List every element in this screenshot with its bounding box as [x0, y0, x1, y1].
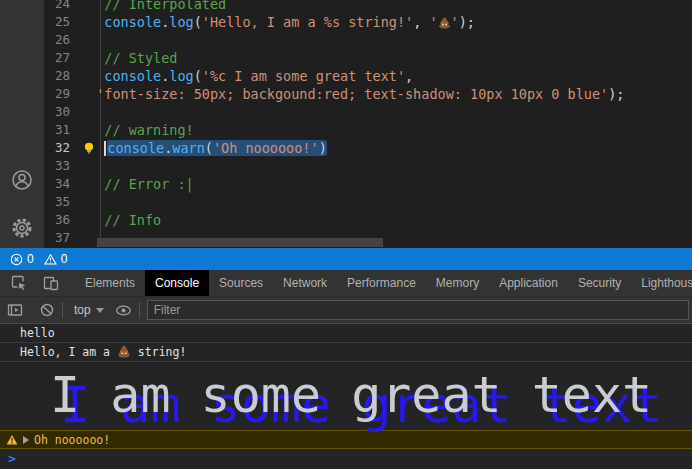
- vscode-editor: 24 // Interpolated25 console.log('Hello,…: [0, 0, 692, 248]
- code-text: console.warn('Oh noooooo!'): [88, 139, 327, 157]
- warning-count: 0: [61, 252, 68, 266]
- editor-line-28[interactable]: 28 console.log('%c I am some great text'…: [0, 67, 692, 85]
- editor-line-33[interactable]: 33: [0, 157, 692, 175]
- editor-line-25[interactable]: 25 console.log('Hello, I am a %s string!…: [0, 13, 692, 31]
- code-text: // Styled: [88, 49, 177, 67]
- prompt-chevron: >: [8, 451, 16, 466]
- eye-icon[interactable]: [112, 298, 136, 322]
- clear-console-icon[interactable]: [35, 298, 59, 322]
- settings-gear-icon[interactable]: [0, 208, 44, 248]
- tab-lighthouse[interactable]: Lighthouse: [631, 270, 692, 296]
- toolbar-separator: [62, 302, 63, 318]
- toolbar-separator-2: [139, 302, 140, 318]
- code-text: // Info: [88, 211, 161, 229]
- tab-memory[interactable]: Memory: [426, 270, 489, 296]
- devtools-panel: ElementsConsoleSourcesNetworkPerformance…: [0, 270, 692, 469]
- chevron-down-icon: [96, 308, 104, 313]
- warning-text: Oh noooooo!: [34, 433, 110, 447]
- expand-arrow-icon[interactable]: [23, 436, 29, 444]
- console-prompt[interactable]: >: [0, 449, 692, 469]
- editor-line-30[interactable]: 30: [0, 103, 692, 121]
- code-text: 'font-size: 50px; backgound:red; text-sh…: [88, 85, 624, 103]
- message-text-suffix: string!: [131, 345, 186, 359]
- devtools-toolbar-icons: [0, 270, 67, 296]
- warning-triangle-icon: [6, 434, 18, 446]
- line-number[interactable]: 32: [44, 139, 70, 157]
- line-number[interactable]: 29: [44, 85, 70, 103]
- statusbar: 0 0: [0, 248, 692, 270]
- code-text: // Error :|: [88, 175, 194, 193]
- poop-emoji: [117, 344, 131, 361]
- tab-elements[interactable]: Elements: [75, 270, 145, 296]
- error-circle-icon: [10, 253, 23, 266]
- console-toolbar: top: [0, 297, 692, 324]
- line-number[interactable]: 30: [44, 103, 70, 121]
- line-number[interactable]: 24: [44, 0, 70, 13]
- activity-bar: [0, 0, 44, 248]
- tab-sources[interactable]: Sources: [209, 270, 273, 296]
- error-count: 0: [27, 252, 34, 266]
- account-icon[interactable]: [0, 160, 44, 200]
- line-number[interactable]: 36: [44, 211, 70, 229]
- code-text: // warning!: [88, 121, 194, 139]
- inspect-cursor-icon[interactable]: [7, 271, 31, 295]
- line-number[interactable]: 33: [44, 157, 70, 175]
- problems-indicator[interactable]: 0 0: [0, 252, 73, 266]
- editor-line-31[interactable]: 31 // warning!: [0, 121, 692, 139]
- horizontal-scrollbar[interactable]: [97, 238, 383, 247]
- tab-application[interactable]: Application: [489, 270, 568, 296]
- warning-triangle-icon: [44, 253, 57, 266]
- device-toolbar-icon[interactable]: [39, 271, 63, 295]
- styled-console-text: I am some great text: [20, 366, 652, 424]
- editor-line-26[interactable]: 26: [0, 31, 692, 49]
- devtools-tabbar: ElementsConsoleSourcesNetworkPerformance…: [0, 270, 692, 297]
- line-number[interactable]: 37: [44, 229, 70, 247]
- console-warning-row: Oh noooooo!: [0, 430, 692, 449]
- selected-code: console.warn('Oh noooooo!'): [107, 140, 327, 156]
- code-text: console.log('%c I am some great text',: [88, 67, 413, 85]
- text-cursor: [104, 141, 106, 156]
- code-text: console.log('Hello, I am a %s string!', …: [88, 13, 475, 33]
- line-number[interactable]: 35: [44, 193, 70, 211]
- line-number[interactable]: 28: [44, 67, 70, 85]
- editor-line-29[interactable]: 29 'font-size: 50px; backgound:red; text…: [0, 85, 692, 103]
- editor-line-27[interactable]: 27 // Styled: [0, 49, 692, 67]
- console-sidebar-icon[interactable]: [3, 298, 27, 322]
- console-message-styled: I am some great text: [0, 362, 692, 430]
- editor-lines: 24 // Interpolated25 console.log('Hello,…: [0, 0, 692, 248]
- editor-line-36[interactable]: 36 // Info: [0, 211, 692, 229]
- editor-line-24[interactable]: 24 // Interpolated: [0, 0, 692, 13]
- screen: 24 // Interpolated25 console.log('Hello,…: [0, 0, 692, 469]
- message-text: hello: [20, 326, 55, 340]
- editor-line-32[interactable]: 32 console.warn('Oh noooooo!'): [0, 139, 692, 157]
- tab-security[interactable]: Security: [568, 270, 631, 296]
- context-label: top: [74, 303, 91, 317]
- console-output: hello Hello, I am a string! I am some gr…: [0, 324, 692, 469]
- line-number[interactable]: 25: [44, 13, 70, 31]
- console-message-interpolated: Hello, I am a string!: [0, 343, 692, 362]
- line-number[interactable]: 31: [44, 121, 70, 139]
- message-text-prefix: Hello, I am a: [20, 345, 117, 359]
- tab-console[interactable]: Console: [145, 270, 209, 296]
- tab-network[interactable]: Network: [273, 270, 337, 296]
- context-selector[interactable]: top: [66, 303, 112, 317]
- editor-line-35[interactable]: 35: [0, 193, 692, 211]
- editor-line-34[interactable]: 34 // Error :|: [0, 175, 692, 193]
- console-message-hello: hello: [0, 324, 692, 343]
- code-text: // Interpolated: [88, 0, 226, 13]
- line-number[interactable]: 34: [44, 175, 70, 193]
- line-number[interactable]: 26: [44, 31, 70, 49]
- tabs-holder: ElementsConsoleSourcesNetworkPerformance…: [75, 270, 692, 296]
- filter-input[interactable]: [147, 300, 689, 320]
- tab-performance[interactable]: Performance: [337, 270, 426, 296]
- line-number[interactable]: 27: [44, 49, 70, 67]
